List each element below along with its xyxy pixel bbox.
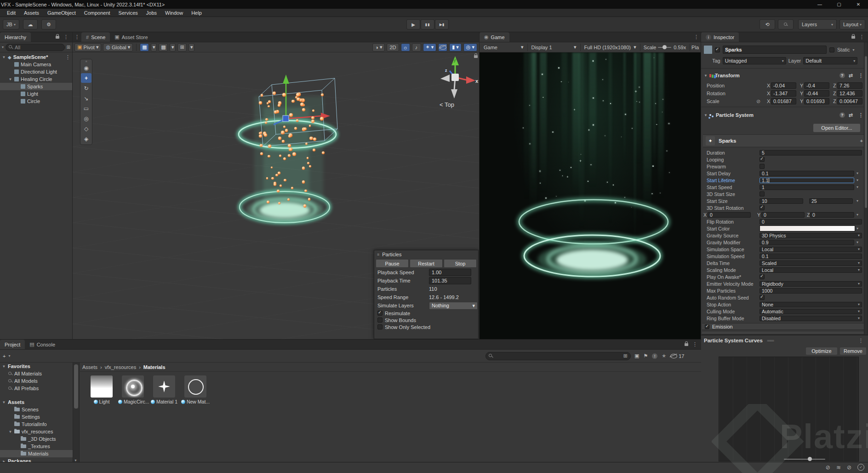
transform-rotation-y-field[interactable]: -0.44 <box>804 90 829 97</box>
asset-material-1[interactable]: Material 1 <box>150 375 178 404</box>
menu-item-gameobject[interactable]: GameObject <box>43 10 80 16</box>
rotation-y-field[interactable]: 0 <box>761 212 805 218</box>
scale-slider[interactable] <box>658 47 671 48</box>
value-field[interactable]: 10 <box>760 198 803 204</box>
2d-toggle[interactable]: 2D <box>387 43 399 52</box>
stop-button[interactable]: Stop <box>444 259 477 268</box>
remove-button[interactable]: Remove <box>839 347 867 355</box>
transform-scale-y-field[interactable]: 0.01693 <box>804 98 829 104</box>
asset-light[interactable]: Light <box>87 375 116 404</box>
debug-disabled-icon[interactable]: ⊘ <box>826 464 830 471</box>
hierarchy-item-healing-circle[interactable]: ▼Healing Circle <box>0 75 72 83</box>
favorite-item-all-models[interactable]: All Models <box>0 377 73 385</box>
favorite-item-all-materials[interactable]: All Materials <box>0 370 73 377</box>
add-module-icon[interactable]: + <box>860 138 863 144</box>
enum-dropdown[interactable]: Disabled▾ <box>760 316 862 321</box>
scene-lighting-icon[interactable]: ☼ <box>401 43 410 52</box>
hierarchy-item-directional-light[interactable]: Directional Light <box>0 68 72 75</box>
rotation-z-field[interactable]: 0 <box>810 212 854 218</box>
display-dropdown[interactable]: Display 1▾ <box>529 43 578 52</box>
foldout-icon[interactable]: ▼ <box>8 77 12 81</box>
asset-grid[interactable]: LightMagicCirc...Material 1New Mat... <box>79 372 701 456</box>
row-value[interactable]: 101.35 <box>429 277 471 284</box>
search-in-window-icon[interactable]: ⊞ <box>623 353 628 359</box>
transform-tool-button[interactable]: ◎ <box>81 114 91 123</box>
tab-project[interactable]: Project <box>0 340 25 349</box>
hierarchy-item-circle[interactable]: Circle <box>0 98 72 105</box>
breadcrumb-materials[interactable]: Materials <box>143 364 166 370</box>
help-icon[interactable]: ? <box>839 112 845 118</box>
search-filter-icon[interactable]: ⊞ <box>67 45 70 50</box>
move-tool-button[interactable]: + <box>81 73 91 83</box>
lock-icon[interactable] <box>851 36 855 39</box>
panel-menu-icon[interactable]: ⋮ <box>692 32 701 42</box>
rotate-tool-button[interactable]: ↻ <box>81 83 91 93</box>
checkbox[interactable] <box>760 295 765 300</box>
visibility-icon[interactable] <box>438 43 447 52</box>
search-warning-icon[interactable]: ! <box>652 353 657 359</box>
drag-handle[interactable]: ≡ <box>377 252 379 257</box>
minimize-button[interactable]: — <box>810 0 829 9</box>
snap-settings-icon[interactable]: ⊞ <box>177 43 187 52</box>
optimize-button[interactable]: Optimize <box>805 347 838 355</box>
project-folder-settings[interactable]: Settings <box>0 413 73 421</box>
checkbox[interactable] <box>760 274 765 279</box>
emission-checkbox[interactable] <box>705 324 709 329</box>
checkbox[interactable] <box>377 311 383 316</box>
hierarchy-item-samplescene-[interactable]: ▼◆SampleScene*⋮ <box>0 53 72 61</box>
checkbox[interactable] <box>377 317 383 323</box>
curve-dropdown-icon[interactable]: ▾ <box>857 178 858 182</box>
favorites-star-icon[interactable]: ★ <box>662 353 666 359</box>
hierarchy-search-input[interactable]: All <box>6 44 65 51</box>
curve-dropdown-icon[interactable]: ▾ <box>857 240 858 244</box>
pause-button[interactable]: ▮▮ <box>421 19 434 29</box>
transform-rotation-z-field[interactable]: 12.436 <box>837 90 862 97</box>
checkbox[interactable] <box>760 157 765 162</box>
curve-dropdown-icon[interactable]: ▾ <box>857 171 858 175</box>
menu-item-services[interactable]: Services <box>114 10 142 16</box>
resolution-dropdown[interactable]: Full HD (1920x1080)▾ <box>582 43 638 52</box>
pivot-dropdown[interactable]: ▣Pivot▾ <box>74 43 101 52</box>
gizmos-dropdown[interactable]: ◎▾ <box>463 43 477 52</box>
checkbox[interactable] <box>760 164 765 169</box>
hierarchy-item-sparks[interactable]: Sparks <box>0 83 72 90</box>
transform-header[interactable]: ▼ Transform ? ⇄ ⋮ <box>704 71 865 80</box>
curve-dropdown-icon[interactable]: ▾ <box>857 185 858 189</box>
checkbox[interactable] <box>760 191 765 196</box>
close-button[interactable]: ✕ <box>849 0 868 9</box>
value-field[interactable]: 1 <box>760 185 854 190</box>
game-mode-dropdown[interactable]: Game▾ <box>481 43 526 52</box>
project-folder-_3d-objects[interactable]: _3D Objects <box>0 435 73 443</box>
snap-settings-dropdown[interactable]: ▾ <box>188 43 194 52</box>
increment-snap-dropdown[interactable]: ▾ <box>170 43 176 52</box>
create-asset-button[interactable]: + <box>2 353 6 359</box>
asset-magiccirc-[interactable]: MagicCirc... <box>119 375 147 404</box>
enum-dropdown[interactable]: Local▾ <box>760 247 862 252</box>
active-checkbox[interactable] <box>715 47 720 52</box>
hierarchy-item-light[interactable]: Light <box>0 90 72 98</box>
scene-menu-icon[interactable]: ⋮ <box>63 54 72 60</box>
menu-item-jobs[interactable]: Jobs <box>142 10 161 16</box>
curve-dropdown-icon[interactable]: ▾ <box>857 226 858 231</box>
project-folder-vfx_resources[interactable]: ▼vfx_resources <box>0 428 73 435</box>
presets-icon[interactable]: ⇄ <box>849 73 853 79</box>
value-field[interactable]: 0 <box>760 219 862 225</box>
maximize-button[interactable]: ▢ <box>829 0 849 9</box>
overlay-check-resimulate[interactable]: Resimulate <box>374 310 478 317</box>
checkbox[interactable] <box>760 205 765 210</box>
project-folder-scenes[interactable]: Scenes <box>0 406 73 413</box>
drag-handle[interactable]: ≡ <box>85 60 87 63</box>
curve-editor-grid[interactable] <box>719 357 859 461</box>
static-checkbox[interactable] <box>829 47 834 52</box>
transform-position-x-field[interactable]: -0.04 <box>771 82 796 89</box>
account-button[interactable]: JB▾ <box>3 19 19 29</box>
assets-header[interactable]: ▼Assets <box>0 398 73 406</box>
increment-snap-icon[interactable]: ▩ <box>159 43 168 52</box>
panel-menu-icon[interactable]: ⋮ <box>691 341 699 347</box>
emission-module-bar[interactable]: Emission <box>702 323 867 330</box>
tab-scene[interactable]: #Scene <box>81 32 110 42</box>
global-dropdown[interactable]: ◍Global▾ <box>103 43 133 52</box>
enum-dropdown[interactable]: Scaled▾ <box>760 260 862 266</box>
view-hand-tool-button[interactable]: ◉ <box>81 63 91 73</box>
step-button[interactable]: ▶▮ <box>435 19 449 29</box>
